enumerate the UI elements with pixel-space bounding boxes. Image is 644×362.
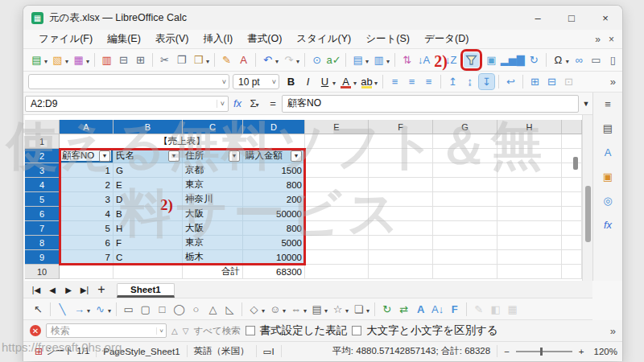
cell-H7[interactable] [497, 221, 562, 236]
export-pdf-icon[interactable]: ▥ [99, 52, 114, 68]
font-name-combobox[interactable]: ˅ [28, 74, 229, 89]
maximize-button[interactable]: □ [555, 6, 588, 30]
cell-B2[interactable]: 氏名▼ [114, 149, 183, 163]
autofilter-dropdown-A2[interactable]: ▼ [99, 150, 110, 162]
font-size-combobox[interactable]: 10 pt˅ [233, 74, 279, 89]
highlight-color-icon[interactable]: ab [359, 74, 374, 89]
row-header-8[interactable]: 8 [25, 236, 60, 250]
curve-icon[interactable]: ∿ [93, 302, 108, 317]
dropdown-arrow-icon[interactable]: ▾ [275, 58, 279, 65]
cell-X1[interactable] [562, 134, 582, 149]
toggle-extrusion-icon[interactable]: ◧ [488, 302, 503, 317]
cell-E7[interactable] [305, 221, 369, 236]
sort-ascending-icon[interactable]: ↓A [416, 52, 431, 68]
cell-C10-total-label[interactable]: 合計 [183, 265, 243, 279]
cell-C3[interactable]: 京都 [183, 163, 243, 178]
sort-icon[interactable]: ⇅ [399, 52, 415, 68]
cell-E1[interactable] [305, 134, 369, 149]
cell-F10[interactable] [369, 265, 433, 279]
spelling-icon[interactable]: a✓ [326, 52, 341, 68]
ellipse-icon[interactable]: ◯ [171, 302, 187, 317]
dropdown-arrow-icon[interactable]: ▾ [86, 58, 89, 65]
dropdown-arrow-icon[interactable]: ▾ [566, 58, 569, 65]
dropdown-arrow-icon[interactable]: ▾ [296, 58, 299, 65]
cell-A4[interactable]: 2 [60, 178, 114, 192]
cell-A9[interactable]: 7 [60, 250, 114, 265]
cell-B3[interactable]: G [114, 163, 183, 178]
dropdown-arrow-icon[interactable]: ▾ [206, 58, 209, 65]
col-header-F[interactable]: F [369, 120, 433, 134]
line-icon[interactable]: ╲ [55, 302, 70, 317]
italic-button[interactable]: I [300, 74, 316, 89]
cell-X6[interactable] [562, 207, 582, 221]
triangle-icon[interactable]: △ [205, 302, 221, 317]
zoom-slider[interactable] [516, 351, 572, 352]
dropdown-arrow-icon[interactable]: ▾ [303, 307, 307, 315]
find-bar-overflow[interactable]: » [610, 325, 616, 337]
insert-hyperlink-icon[interactable]: ∞ [572, 52, 587, 68]
right-triangle-icon[interactable]: ◺ [222, 302, 237, 317]
flip-icon[interactable]: ⇄ [396, 302, 411, 317]
insert-image-icon[interactable]: ▣ [484, 52, 499, 68]
menu-item-edit[interactable]: 編集(E) [100, 31, 148, 47]
cell-F8[interactable] [369, 236, 433, 250]
cell-F6[interactable] [369, 207, 433, 221]
cell-X5[interactable] [562, 192, 582, 207]
menu-item-insert[interactable]: 挿入(I) [196, 31, 240, 47]
cell-C2[interactable]: 住所▼ [183, 149, 243, 163]
col-header-H[interactable]: H [497, 120, 562, 134]
scrollbar-splitter[interactable] [573, 157, 578, 170]
menu-item-data[interactable]: データ(D) [417, 31, 476, 47]
rectangle-icon[interactable]: ▭ [121, 302, 136, 317]
col-header-partial[interactable] [562, 120, 582, 134]
cell-H8[interactable] [497, 236, 562, 250]
redo-icon[interactable]: ↷ [281, 52, 296, 68]
cell-H5[interactable] [497, 192, 562, 207]
vertical-scrollbar[interactable] [582, 115, 592, 281]
row-header-7[interactable]: 7 [25, 221, 60, 236]
cell-G5[interactable] [433, 192, 497, 207]
cell-D5[interactable]: 200 [243, 192, 305, 207]
cell-H10[interactable] [497, 265, 562, 279]
find-replace-icon[interactable]: ⊙ [309, 52, 324, 68]
match-case-checkbox[interactable] [352, 326, 361, 335]
cell-D3[interactable]: 1500 [243, 163, 305, 178]
cell-X9[interactable] [562, 250, 582, 265]
zoom-level-label[interactable]: 120% [591, 347, 617, 356]
page-style-label[interactable]: PageStyle_Sheet1 [97, 345, 187, 357]
align-top-icon[interactable]: ↥ [445, 74, 460, 89]
clear-formatting-icon[interactable]: A [236, 52, 251, 68]
cell-G2[interactable] [433, 149, 497, 163]
cell-D8[interactable]: 5000 [243, 236, 305, 250]
gallery-deck-icon[interactable]: ▣ [600, 168, 616, 184]
cell-E8[interactable] [305, 236, 369, 250]
center-vertically-icon[interactable]: ↨ [462, 74, 477, 89]
formula-equals-icon[interactable]: = [264, 97, 282, 109]
cell-H2[interactable] [497, 149, 562, 163]
save-icon[interactable]: ▦ [71, 52, 86, 68]
find-all-button[interactable]: すべて検索 [193, 325, 240, 337]
cell-F5[interactable] [369, 192, 433, 207]
cell-B8[interactable]: F [114, 236, 183, 250]
special-character-icon[interactable]: Ω [551, 52, 566, 68]
cell-A7[interactable]: 5 [60, 221, 114, 236]
col-header-E[interactable]: E [305, 120, 369, 134]
sheet-tab-sheet1[interactable]: Sheet1 [117, 283, 175, 298]
cell-G3[interactable] [433, 163, 497, 178]
insert-row-icon[interactable]: ▤ [350, 52, 365, 68]
cell-A10[interactable] [60, 265, 114, 279]
menu-item-format[interactable]: 書式(O) [240, 31, 289, 47]
cell-A3[interactable]: 1 [60, 163, 114, 178]
cell-E4[interactable] [305, 178, 369, 192]
cell-X2[interactable] [562, 149, 582, 163]
cell-C7[interactable]: 大阪 [183, 221, 243, 236]
cell-E6[interactable] [305, 207, 369, 221]
cell-E5[interactable] [305, 192, 369, 207]
col-header-D[interactable]: D [243, 120, 305, 134]
formula-input-line[interactable]: 顧客NO [282, 95, 579, 113]
close-button[interactable]: × [588, 6, 622, 30]
dropdown-arrow-icon[interactable]: ▾ [386, 58, 390, 65]
col-header-A[interactable]: A [60, 120, 114, 134]
cut-icon[interactable]: ✂ [157, 52, 172, 68]
align-center-icon[interactable]: ≡ [404, 74, 419, 89]
